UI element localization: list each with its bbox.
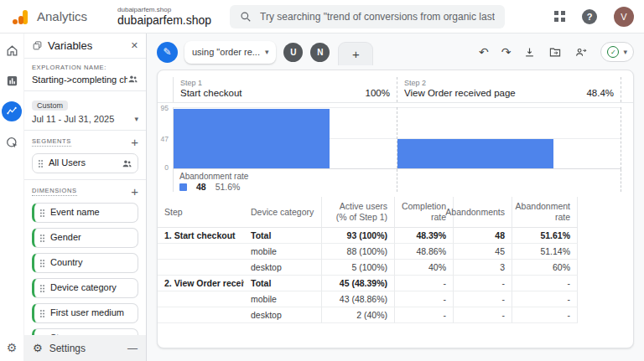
col-header-device: Device category bbox=[244, 197, 321, 228]
date-range-type-chip: Custom bbox=[32, 101, 68, 111]
legend-percent: 51.6% bbox=[216, 182, 241, 192]
col-header-step: Step bbox=[158, 197, 244, 228]
drag-handle-icon[interactable] bbox=[39, 234, 45, 243]
top-app-bar: Analytics dubaiparfem.shop dubaiparfem.s… bbox=[0, 0, 644, 34]
cell-step bbox=[158, 307, 244, 323]
dimensions-label: DIMENSIONS bbox=[32, 187, 77, 196]
search-input[interactable]: Try searching "trend of conversions from… bbox=[230, 5, 505, 28]
funnel-plot-area: 95 47 0 bbox=[173, 107, 621, 169]
tab-badge-n[interactable]: N bbox=[310, 43, 330, 62]
add-segment-button[interactable]: + bbox=[131, 136, 138, 148]
funnel-legend: Abandonment rate 48 51.6% bbox=[173, 169, 621, 192]
funnel-bar-step-1[interactable] bbox=[174, 109, 330, 168]
exploration-toolbar: ✎ using "order re... ▾ U N + ↶ ↷ ✓ ▾ bbox=[157, 39, 634, 65]
col-header-active-users: Active users (% of Step 1) bbox=[321, 197, 394, 228]
settings-bar[interactable]: ⚙ Settings — bbox=[24, 335, 146, 361]
col-header-completion-rate: Completion rate bbox=[394, 197, 453, 228]
cell-abandonments: - bbox=[453, 291, 512, 307]
dimensions-section: DIMENSIONS + Event name Gender Country D… bbox=[24, 180, 146, 361]
cell-step: 2. View Order received page bbox=[158, 276, 244, 291]
tab-badge-u[interactable]: U bbox=[283, 43, 303, 62]
funnel-chart: Step 1 Start checkout 100% Step 2 View O… bbox=[158, 70, 633, 192]
dimension-chip[interactable]: Event name bbox=[32, 203, 138, 223]
saved-status-button[interactable]: ✓ ▾ bbox=[600, 42, 634, 62]
cell-completion-rate: 48.86% bbox=[394, 244, 453, 260]
cell-completion-rate: 40% bbox=[394, 260, 453, 276]
step-1-name: Start checkout bbox=[180, 88, 366, 98]
legend-value: 48 bbox=[196, 182, 206, 192]
cell-device: desktop bbox=[244, 260, 321, 276]
dimension-chip[interactable]: Device category bbox=[32, 278, 138, 298]
col-header-abandonments: Abandonments bbox=[453, 197, 512, 228]
app-title: Analytics bbox=[37, 9, 87, 23]
avatar[interactable]: V bbox=[614, 7, 634, 27]
segment-chip-all-users[interactable]: All Users bbox=[32, 153, 138, 173]
cell-step bbox=[158, 260, 244, 276]
cell-device: Total bbox=[244, 276, 321, 291]
step-2-name: View Order received page bbox=[404, 88, 586, 98]
check-icon: ✓ bbox=[607, 46, 619, 58]
cell-active-users: 5 (100%) bbox=[321, 260, 394, 276]
close-icon[interactable]: ✕ bbox=[131, 40, 138, 51]
date-range-section[interactable]: Custom Jul 11 - Jul 31, 2025 ▾ bbox=[24, 91, 146, 131]
cell-device: Total bbox=[244, 228, 321, 244]
y-tick-0: 0 bbox=[158, 163, 169, 172]
dimension-chip[interactable]: First user medium bbox=[32, 303, 138, 323]
cell-active-users: 45 (48.39%) bbox=[321, 276, 394, 291]
drag-handle-icon[interactable] bbox=[38, 159, 44, 168]
cell-completion-rate: - bbox=[394, 291, 453, 307]
funnel-bar-step-2[interactable] bbox=[397, 139, 553, 168]
segments-section: SEGMENTS + All Users bbox=[24, 131, 146, 180]
redo-icon[interactable]: ↷ bbox=[501, 46, 512, 58]
add-dimension-button[interactable]: + bbox=[131, 185, 138, 198]
cell-device: mobile bbox=[244, 244, 321, 260]
collaborators-icon[interactable] bbox=[127, 74, 138, 85]
tab-using-order-received[interactable]: using "order re... ▾ bbox=[184, 41, 276, 64]
col-header-abandonment-rate: Abandonment rate bbox=[512, 197, 578, 228]
drag-handle-icon[interactable] bbox=[39, 209, 45, 218]
explore-icon[interactable] bbox=[2, 101, 22, 121]
left-nav-rail: ⚙ bbox=[0, 34, 23, 361]
exploration-name-value[interactable]: Starting->completing chec... bbox=[32, 75, 127, 85]
drag-handle-icon[interactable] bbox=[39, 309, 45, 318]
share-users-icon[interactable] bbox=[574, 46, 588, 59]
dimension-chip[interactable]: Gender bbox=[32, 228, 138, 248]
cell-device: desktop bbox=[244, 307, 321, 323]
reports-icon[interactable] bbox=[6, 75, 18, 87]
export-icon[interactable] bbox=[548, 46, 562, 59]
help-icon[interactable]: ? bbox=[582, 9, 597, 24]
legend-swatch bbox=[179, 183, 187, 191]
cell-device: mobile bbox=[244, 291, 321, 307]
cell-step: 1. Start checkout bbox=[158, 228, 244, 244]
cell-abandonments: - bbox=[453, 276, 512, 291]
cell-abandonment-rate: - bbox=[512, 276, 578, 291]
add-tab-button[interactable]: + bbox=[338, 42, 373, 65]
segments-label: SEGMENTS bbox=[32, 137, 71, 147]
chevron-down-icon: ▾ bbox=[134, 115, 138, 123]
advertising-icon[interactable] bbox=[5, 136, 19, 150]
apps-grid-icon[interactable] bbox=[554, 11, 565, 22]
cell-completion-rate: 48.39% bbox=[394, 228, 453, 244]
dimension-chip[interactable]: Country bbox=[32, 253, 138, 273]
cell-abandonments: 3 bbox=[453, 260, 512, 276]
admin-gear-icon[interactable]: ⚙ bbox=[7, 341, 18, 354]
search-icon bbox=[240, 11, 252, 23]
download-icon[interactable] bbox=[523, 46, 536, 59]
drag-handle-icon[interactable] bbox=[39, 259, 45, 268]
cell-abandonments: 45 bbox=[453, 244, 512, 260]
cell-active-users: 2 (40%) bbox=[321, 307, 394, 323]
property-name: dubaiparfem.shop bbox=[117, 13, 211, 27]
cell-step bbox=[158, 291, 244, 307]
account-property-switcher[interactable]: dubaiparfem.shop dubaiparfem.shop bbox=[117, 6, 211, 27]
collapse-icon[interactable]: — bbox=[127, 343, 138, 354]
cell-active-users: 88 (100%) bbox=[321, 244, 394, 260]
drag-handle-icon[interactable] bbox=[39, 284, 45, 293]
funnel-step-1-header: Step 1 Start checkout 100% bbox=[173, 77, 397, 102]
legend-title: Abandonment rate bbox=[174, 169, 397, 181]
edit-pencil-icon[interactable]: ✎ bbox=[157, 42, 178, 63]
cell-abandonments: 48 bbox=[453, 228, 512, 244]
home-icon[interactable] bbox=[5, 44, 19, 58]
audience-icon bbox=[122, 158, 132, 169]
undo-icon[interactable]: ↶ bbox=[479, 46, 489, 58]
chevron-down-icon: ▾ bbox=[265, 48, 269, 56]
